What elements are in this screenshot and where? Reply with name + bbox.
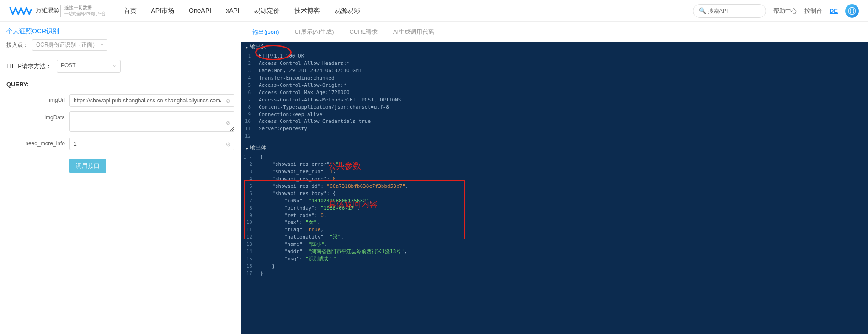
logo-area[interactable]: 万维易源 连接一切数据 一站式全网API调用平台	[9, 5, 106, 17]
nav-yicai[interactable]: 易源易彩	[335, 7, 360, 15]
search-input[interactable]	[708, 8, 760, 14]
http-method-row: HTTP请求方法： POST	[6, 60, 234, 73]
clear-icon[interactable]: ⊘	[226, 97, 231, 104]
access-point-row: 接入点： OCR身份证识别（正面）	[6, 39, 234, 51]
imgurl-label: imgUrl	[6, 94, 69, 103]
access-label: 接入点：	[6, 41, 28, 49]
imgurl-input[interactable]	[69, 94, 234, 107]
logo-icon	[9, 6, 32, 16]
nav-blog[interactable]: 技术博客	[294, 7, 320, 15]
imgdata-row: imgData ⊘	[6, 111, 234, 133]
imgdata-label: imgData	[6, 111, 69, 121]
avatar[interactable]	[845, 4, 859, 18]
query-heading: QUERY:	[6, 81, 234, 88]
nav-oneapi[interactable]: OneAPI	[189, 7, 211, 15]
logo-sub2: 一站式全网API调用平台	[64, 11, 106, 17]
imgdata-input[interactable]	[69, 111, 234, 132]
avatar-globe-icon	[848, 7, 856, 15]
submit-button[interactable]: 调用接口	[69, 159, 106, 173]
collapse-icon	[246, 145, 248, 151]
output-tabs: 输出(json) UI展示(AI生成) CURL请求 AI生成调用代码	[241, 22, 868, 42]
logo-text-cn: 万维易源	[36, 7, 59, 14]
search-icon: 🔍	[699, 7, 706, 14]
help-link[interactable]: 帮助中心	[773, 7, 797, 15]
imgurl-row: imgUrl ⊘	[6, 94, 234, 107]
access-select[interactable]: OCR身份证识别（正面）	[32, 39, 107, 51]
output-body-title[interactable]: 输出体	[241, 143, 868, 153]
right-panel: 输出(json) UI展示(AI生成) CURL请求 AI生成调用代码 输出头 …	[241, 22, 868, 334]
output-headers-title[interactable]: 输出头	[241, 42, 868, 52]
nav-pricing[interactable]: 易源定价	[254, 7, 280, 15]
search-box[interactable]: 🔍	[693, 4, 766, 18]
right-tools: 🔍 帮助中心 控制台 DE	[693, 4, 859, 18]
tab-output-json[interactable]: 输出(json)	[250, 23, 281, 41]
collapse-icon	[246, 44, 248, 50]
needmore-row: need_more_info ⊘	[6, 138, 234, 150]
tab-curl[interactable]: CURL请求	[347, 23, 379, 41]
needmore-label: need_more_info	[6, 138, 69, 147]
nav-api-market[interactable]: API市场	[151, 7, 175, 15]
nav-home[interactable]: 首页	[124, 7, 137, 15]
clear-icon[interactable]: ⊘	[226, 141, 231, 148]
tab-ai-code[interactable]: AI生成调用代码	[391, 23, 436, 41]
tab-ui-ai[interactable]: UI展示(AI生成)	[293, 23, 336, 41]
logo-sub1: 连接一切数据	[64, 5, 106, 11]
api-title: 个人证照OCR识别	[6, 27, 234, 39]
nav-xapi[interactable]: xAPI	[226, 7, 240, 15]
http-label: HTTP请求方法：	[6, 62, 52, 70]
main-split: 个人证照OCR识别 接入点： OCR身份证识别（正面） HTTP请求方法： PO…	[0, 22, 868, 334]
top-nav: 万维易源 连接一切数据 一站式全网API调用平台 首页 API市场 OneAPI…	[0, 0, 868, 22]
left-panel: 个人证照OCR识别 接入点： OCR身份证识别（正面） HTTP请求方法： PO…	[0, 22, 241, 334]
headers-code[interactable]: 123456789101112 HTTP/1.1 200 OKAccess-Co…	[241, 52, 868, 143]
code-area: 输出头 123456789101112 HTTP/1.1 200 OKAcces…	[241, 42, 868, 334]
needmore-input[interactable]	[69, 138, 234, 150]
clear-icon[interactable]: ⊘	[226, 119, 231, 126]
http-method-select[interactable]: POST	[57, 60, 121, 73]
console-link[interactable]: 控制台	[804, 7, 822, 15]
nav-links: 首页 API市场 OneAPI xAPI 易源定价 技术博客 易源易彩	[124, 7, 693, 15]
de-badge[interactable]: DE	[830, 7, 838, 14]
body-code[interactable]: 1 -234567891011121314151617 { "showapi_r…	[241, 153, 868, 334]
